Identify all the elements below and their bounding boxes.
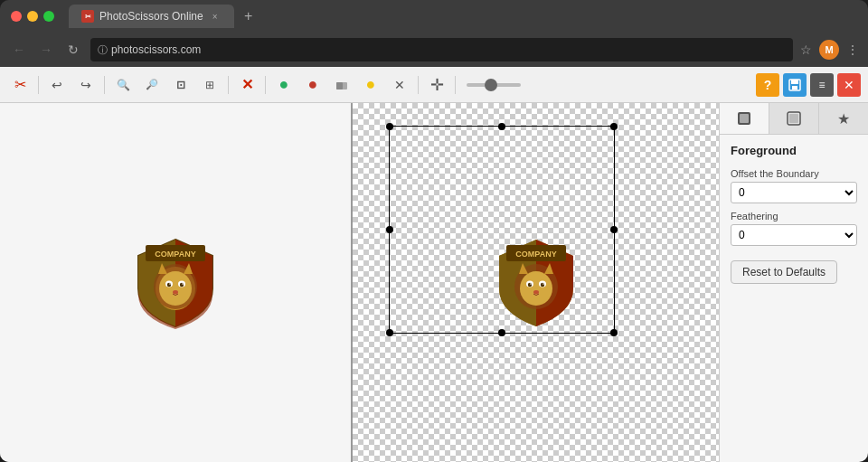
original-logo: COMPANY: [135, 236, 216, 330]
toolbar-separator-6: [455, 76, 456, 94]
tab-favicon-icon: ✂: [81, 10, 94, 23]
eraser-button[interactable]: [329, 72, 354, 98]
selection-handle-mr[interactable]: [610, 226, 618, 233]
reset-defaults-button[interactable]: Reset to Defaults: [731, 260, 837, 284]
selection-handle-br[interactable]: [610, 329, 618, 336]
sidebar-tabs: ★: [720, 103, 868, 135]
selection-handle-tl[interactable]: [386, 123, 393, 130]
nav-right: ☆ M ⋮: [800, 40, 859, 60]
yellow-circle-button[interactable]: ●: [358, 72, 383, 98]
feathering-label: Feathering: [731, 211, 857, 222]
toolbar-separator-1: [38, 76, 39, 94]
sidebar-body: Foreground Offset the Boundary 0 Feather…: [720, 135, 868, 293]
svg-text:COMPANY: COMPANY: [155, 250, 195, 259]
user-avatar[interactable]: M: [819, 40, 839, 60]
forward-button[interactable]: →: [36, 40, 56, 60]
selection-handle-ml[interactable]: [386, 226, 393, 233]
help-button[interactable]: ?: [756, 73, 779, 97]
toolbar-separator-4: [265, 76, 266, 94]
main-content: COMPANY: [0, 103, 868, 462]
zoom-in-button[interactable]: 🔍: [110, 72, 136, 98]
canvas-area: COMPANY: [0, 103, 719, 462]
move-icon: ✛: [430, 75, 444, 95]
eraser-icon: [335, 78, 349, 92]
svg-rect-3: [791, 80, 798, 84]
tab-background[interactable]: [769, 103, 819, 134]
move-tool-button[interactable]: ✛: [424, 72, 449, 98]
svg-point-17: [173, 290, 178, 294]
selection-handle-tr[interactable]: [610, 123, 618, 130]
svg-point-28: [533, 290, 539, 294]
brush-size-slider[interactable]: [467, 83, 521, 87]
browser-menu-button[interactable]: ⋮: [846, 42, 859, 57]
section-title: Foreground: [731, 144, 857, 157]
hamburger-icon: ≡: [818, 79, 825, 91]
tab-foreground[interactable]: [720, 103, 769, 134]
maximize-traffic-light[interactable]: [43, 11, 54, 22]
save-icon: [788, 79, 801, 91]
selection-handle-tm[interactable]: [498, 123, 505, 130]
tab-favorites[interactable]: ★: [819, 103, 868, 134]
feathering-select[interactable]: 0: [731, 224, 857, 246]
zoom-fit-button[interactable]: ⊡: [168, 72, 193, 98]
offset-select[interactable]: 0: [731, 182, 857, 203]
active-tab[interactable]: ✂ PhotoScissors Online ×: [69, 5, 234, 28]
bookmark-button[interactable]: ☆: [800, 42, 812, 57]
redo-button[interactable]: ↪: [73, 72, 99, 98]
svg-rect-1: [336, 82, 343, 90]
back-button[interactable]: ←: [9, 40, 29, 60]
tab-bar: ✂ PhotoScissors Online × +: [69, 5, 259, 28]
cross2-button[interactable]: ✕: [387, 72, 412, 98]
processed-image-panel: COMPANY: [353, 103, 719, 462]
zoom-out-icon: 🔍: [146, 79, 158, 90]
app-menu-button[interactable]: ≡: [810, 73, 834, 97]
zoom-in-icon: 🔍: [117, 79, 130, 91]
close-icon: ✕: [844, 78, 854, 92]
green-circle-icon: ●: [279, 75, 289, 94]
red-background-button[interactable]: ●: [300, 72, 326, 98]
svg-point-16: [182, 283, 184, 285]
undo-button[interactable]: ↩: [44, 72, 70, 98]
tab-title: PhotoScissors Online: [99, 10, 203, 23]
selection-handle-bm[interactable]: [498, 329, 505, 336]
save-button[interactable]: [783, 73, 807, 97]
svg-rect-30: [740, 114, 749, 123]
offset-label: Offset the Boundary: [731, 168, 857, 179]
feathering-select-wrapper: 0: [731, 224, 857, 246]
app-close-button[interactable]: ✕: [837, 73, 861, 97]
traffic-lights: [11, 11, 54, 22]
address-bar[interactable]: ⓘ photoscissors.com: [90, 38, 793, 61]
svg-point-27: [542, 283, 544, 285]
green-foreground-button[interactable]: ●: [271, 72, 297, 98]
cross-tool-button[interactable]: ✕: [234, 72, 259, 98]
svg-point-15: [169, 283, 171, 285]
transparency-background: COMPANY: [353, 103, 719, 462]
browser-window: ✂ PhotoScissors Online × + ← → ↻ ⓘ photo…: [0, 0, 868, 462]
zoom-reset-button[interactable]: ⊞: [197, 72, 222, 98]
star-icon: ★: [837, 110, 850, 127]
offset-boundary-group: Offset the Boundary 0: [731, 168, 857, 203]
feathering-group: Feathering 0: [731, 211, 857, 246]
redo-icon: ↪: [80, 78, 91, 92]
tab-close-button[interactable]: ×: [209, 10, 222, 23]
zoom-reset-icon: ⊞: [205, 79, 214, 91]
toolbar-separator-5: [418, 76, 419, 94]
minimize-traffic-light[interactable]: [27, 11, 38, 22]
cross2-icon: ✕: [394, 78, 405, 92]
zoom-fit-icon: ⊡: [176, 79, 185, 91]
foreground-tab-icon: [736, 110, 752, 127]
svg-rect-4: [792, 86, 797, 90]
toolbar: ✂ ↩ ↪ 🔍 🔍 ⊡ ⊞ ✕ ● ●: [0, 67, 868, 103]
refresh-button[interactable]: ↻: [63, 40, 83, 60]
zoom-out-button[interactable]: 🔍: [139, 72, 165, 98]
scissors-icon: ✂: [14, 76, 26, 93]
address-info-icon: ⓘ: [98, 43, 108, 57]
selection-handle-bl[interactable]: [386, 329, 393, 336]
title-bar: ✂ PhotoScissors Online × +: [0, 0, 868, 33]
toolbar-separator-2: [104, 76, 105, 94]
new-tab-button[interactable]: +: [238, 5, 259, 27]
original-image-panel: COMPANY: [0, 103, 353, 462]
scissors-tool-button[interactable]: ✂: [7, 72, 33, 98]
right-sidebar: ★ Foreground Offset the Boundary 0 Feath…: [719, 103, 868, 462]
close-traffic-light[interactable]: [11, 11, 22, 22]
